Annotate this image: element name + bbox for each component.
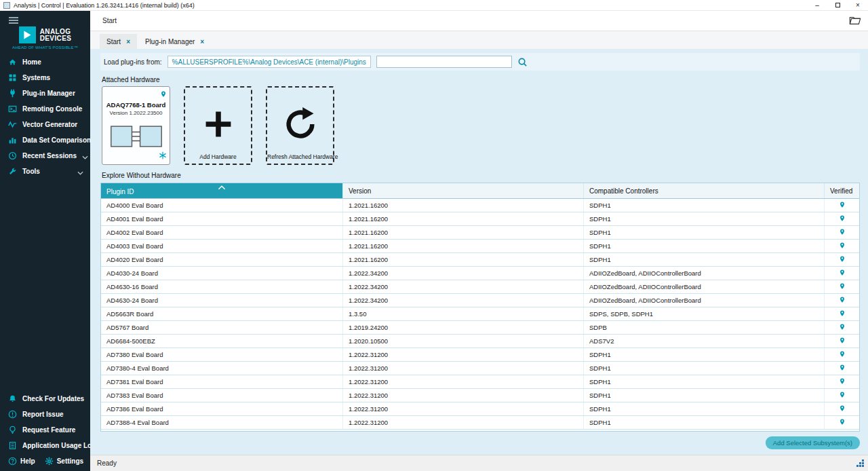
- sidebar-item-plugin-manager[interactable]: Plug-in Manager: [0, 86, 90, 101]
- plugin-table-row[interactable]: AD4000 Eval Board 1.2021.16200 SDPH1: [101, 199, 859, 212]
- sidebar-item-check-for-updates[interactable]: Check For Updates: [0, 391, 90, 407]
- attached-board-card[interactable]: ADAQ7768-1 Board Version 1.2022.23500: [102, 86, 170, 165]
- tabstrip: Start × Plug-in Manager ×: [90, 31, 868, 49]
- cell-version: 1.2022.31200: [343, 402, 584, 415]
- cell-plugin-id: AD7388-4 Eval Board: [101, 416, 343, 429]
- cell-controllers: SDPH1: [584, 375, 825, 388]
- plugin-table-row[interactable]: AD7383 Eval Board 1.2022.31200 SDPH1: [101, 389, 859, 402]
- chevron-down-icon: [77, 166, 83, 178]
- cell-version: 1.2021.16200: [343, 212, 584, 225]
- column-header-verified[interactable]: Verified: [825, 183, 859, 198]
- sidebar-item-recent-sessions[interactable]: Recent Sessions: [0, 148, 90, 164]
- sidebar-item-vector-generator[interactable]: Vector Generator: [0, 117, 90, 132]
- cell-verified: [825, 253, 859, 266]
- plugin-table-row[interactable]: AD7381 Eval Board 1.2022.31200 SDPH1: [101, 375, 859, 389]
- sidebar-bottom-nav: Check For Updates Report Issue Request F…: [0, 391, 90, 453]
- plugin-table-header: Plugin ID Version Compatible Controllers…: [101, 183, 859, 199]
- plugin-search-input[interactable]: [376, 56, 512, 68]
- menu-toggle-button[interactable]: [0, 11, 90, 26]
- cell-version: 1.2022.34200: [343, 280, 584, 293]
- adi-logo-mark-icon: [19, 26, 36, 43]
- app-window: Analysis | Control | Evaluation 1.26.324…: [0, 0, 868, 471]
- sidebar-item-report-issue[interactable]: Report Issue: [0, 407, 90, 422]
- tab-close-icon[interactable]: ×: [126, 38, 130, 45]
- sidebar-item-home[interactable]: Home: [0, 54, 90, 70]
- app-body: ANALOG DEVICES AHEAD OF WHAT'S POSSIBLE™…: [0, 11, 868, 471]
- plugin-table-row[interactable]: AD5767 Board 1.2019.24200 SDPB: [101, 321, 859, 335]
- open-session-folder-icon[interactable]: [849, 16, 861, 26]
- cell-controllers: SDPH1: [584, 199, 825, 212]
- search-icon[interactable]: [517, 57, 528, 67]
- plugin-table-row[interactable]: AD7380-4 Eval Board 1.2022.31200 SDPH1: [101, 362, 859, 375]
- cell-version: 1.2022.34200: [343, 267, 584, 280]
- minimize-button[interactable]: –: [807, 0, 827, 10]
- verified-pin-icon: [839, 282, 846, 292]
- cell-plugin-id: AD4000 Eval Board: [101, 199, 343, 212]
- close-button[interactable]: ×: [848, 0, 868, 10]
- sidebar-item-remoting-console[interactable]: Remoting Console: [0, 101, 90, 117]
- tab-start[interactable]: Start ×: [100, 34, 137, 49]
- cell-verified: [825, 389, 859, 402]
- plugin-table-row[interactable]: AD4003 Eval Board 1.2021.16200 SDPH1: [101, 240, 859, 253]
- statusbar: Ready: [90, 455, 868, 471]
- verified-pin-icon: [839, 417, 846, 428]
- verified-pin-icon: [160, 89, 167, 101]
- app-icon: [3, 2, 10, 9]
- plugin-table-row[interactable]: AD4020 Eval Board 1.2021.16200 SDPH1: [101, 253, 859, 267]
- column-header-version[interactable]: Version: [343, 183, 584, 198]
- plus-icon: [201, 107, 236, 145]
- cell-version: 1.2021.16200: [343, 226, 584, 239]
- plugin-icon: [8, 89, 17, 98]
- explore-title: Explore Without Hardware: [102, 172, 860, 179]
- plugin-table-row[interactable]: AD4630-24 Board 1.2022.34200 ADIIOZedBoa…: [101, 294, 859, 307]
- plugin-table-row[interactable]: AD7386 Eval Board 1.2022.31200 SDPH1: [101, 402, 859, 416]
- resize-grip-icon[interactable]: [854, 457, 865, 469]
- gear-icon: [45, 457, 54, 466]
- plugin-table-row[interactable]: AD4001 Eval Board 1.2021.16200 SDPH1: [101, 212, 859, 226]
- cell-verified: [825, 335, 859, 347]
- refresh-icon: [283, 107, 318, 145]
- plugin-table-row[interactable]: AD6684-500EBZ 1.2020.10500 ADS7V2: [101, 335, 859, 348]
- column-header-plugin-id[interactable]: Plugin ID: [101, 183, 343, 198]
- sidebar-item-request-feature[interactable]: Request Feature: [0, 422, 90, 438]
- plugin-table-row[interactable]: AD5663R Board 1.3.50 SDPS, SDPB, SDPH1: [101, 307, 859, 321]
- verified-pin-icon: [839, 350, 846, 360]
- plugin-table-row[interactable]: AD4002 Eval Board 1.2021.16200 SDPH1: [101, 226, 859, 240]
- plugin-table-row[interactable]: AD7388-4 Eval Board 1.2022.31200 SDPH1: [101, 416, 859, 430]
- tab-close-icon[interactable]: ×: [200, 38, 204, 45]
- refresh-hardware-label: Refresh Attached Hardware: [267, 153, 333, 160]
- sidebar-item-tools[interactable]: Tools: [0, 164, 90, 179]
- chevron-down-icon: [82, 150, 88, 162]
- sidebar-item-data-set-comparison[interactable]: Data Set Comparison: [0, 132, 90, 148]
- waveform-icon: [8, 120, 17, 129]
- plugins-path-field[interactable]: %ALLUSERSPROFILE%\Analog Devices\ACE (in…: [167, 56, 371, 68]
- plugin-table-row[interactable]: AD7380 Eval Board 1.2022.31200 SDPH1: [101, 348, 859, 362]
- cell-verified: [825, 321, 859, 334]
- board-graphic: [109, 122, 163, 153]
- add-selected-subsystems-button[interactable]: Add Selected Subsystem(s): [766, 436, 860, 449]
- sidebar-footer: Help Settings: [0, 453, 90, 471]
- cell-controllers: SDPB: [584, 321, 825, 334]
- cell-version: 1.2022.31200: [343, 416, 584, 429]
- cell-verified: [825, 362, 859, 375]
- sidebar-item-application-usage-logging[interactable]: Application Usage Logging: [0, 438, 90, 453]
- exclamation-circle-icon: [8, 410, 17, 419]
- lightbulb-icon: [8, 426, 17, 434]
- cell-verified: [825, 402, 859, 415]
- column-header-controllers[interactable]: Compatible Controllers: [584, 183, 825, 198]
- maximize-button[interactable]: [827, 0, 848, 10]
- refresh-hardware-card[interactable]: Refresh Attached Hardware: [266, 86, 334, 165]
- verified-pin-icon: [839, 390, 846, 400]
- cell-plugin-id: AD4002 Eval Board: [101, 226, 343, 239]
- help-button[interactable]: Help: [8, 457, 35, 466]
- sidebar-item-systems[interactable]: Systems: [0, 70, 90, 86]
- plugin-table-row[interactable]: AD4630-16 Board 1.2022.34200 ADIIOZedBoa…: [101, 280, 859, 294]
- tab-plugin-manager[interactable]: Plug-in Manager ×: [138, 34, 211, 49]
- settings-button[interactable]: Settings: [45, 457, 83, 466]
- cell-controllers: SDPH1: [584, 240, 825, 252]
- add-hardware-card[interactable]: Add Hardware: [184, 86, 252, 165]
- verified-pin-icon: [839, 322, 846, 333]
- window-title: Analysis | Control | Evaluation 1.26.324…: [14, 2, 195, 9]
- plugin-table-row[interactable]: AD4030-24 Board 1.2022.34200 ADIIOZedBoa…: [101, 267, 859, 280]
- verified-pin-icon: [839, 241, 846, 251]
